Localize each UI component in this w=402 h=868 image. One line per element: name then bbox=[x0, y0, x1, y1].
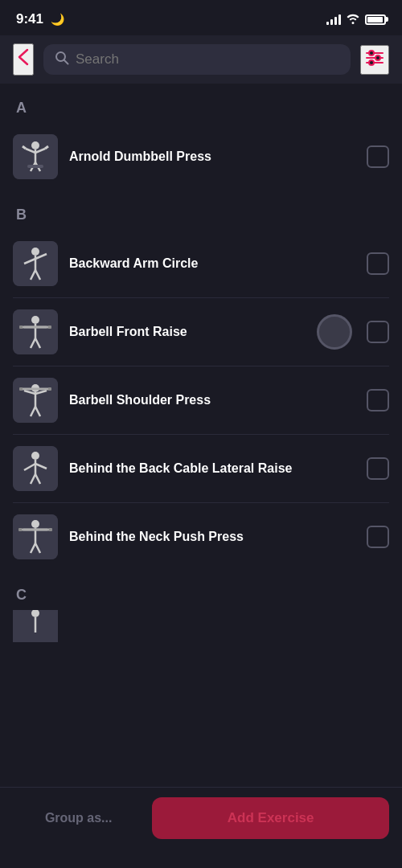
svg-rect-59 bbox=[49, 528, 52, 531]
exercise-thumbnail bbox=[13, 446, 58, 491]
exercise-thumbnail bbox=[13, 610, 58, 642]
signal-bars-icon bbox=[326, 14, 341, 25]
svg-rect-41 bbox=[19, 387, 23, 391]
exercise-thumbnail bbox=[13, 514, 58, 559]
exercise-checkbox[interactable] bbox=[367, 457, 389, 480]
svg-point-53 bbox=[31, 520, 39, 528]
exercise-item-behind-back-cable: Behind the Back Cable Lateral Raise bbox=[13, 435, 389, 503]
exercise-thumbnail bbox=[13, 134, 58, 179]
exercise-name: Behind the Neck Push Press bbox=[69, 529, 355, 546]
exercise-checkbox[interactable] bbox=[367, 389, 389, 411]
exercise-circle-indicator bbox=[317, 314, 352, 350]
exercise-checkbox[interactable] bbox=[367, 526, 389, 548]
exercise-name: Behind the Back Cable Lateral Raise bbox=[69, 461, 355, 477]
status-time: 9:41 🌙 bbox=[16, 11, 64, 27]
exercise-thumbnail bbox=[13, 241, 58, 286]
back-button[interactable] bbox=[13, 43, 34, 76]
svg-rect-58 bbox=[18, 528, 22, 531]
status-icons bbox=[326, 13, 386, 27]
status-bar: 9:41 🌙 bbox=[0, 0, 402, 35]
bottom-action-bar: Group as... Add Exercise bbox=[0, 787, 402, 868]
svg-point-7 bbox=[369, 60, 374, 65]
exercise-checkbox[interactable] bbox=[367, 252, 389, 275]
exercise-list-c bbox=[0, 610, 402, 642]
search-bar[interactable] bbox=[43, 44, 351, 75]
svg-point-9 bbox=[31, 141, 39, 149]
top-nav-bar bbox=[0, 35, 402, 84]
svg-point-5 bbox=[369, 51, 374, 55]
exercise-item-backward-arm-circle: Backward Arm Circle bbox=[13, 230, 389, 298]
exercise-item-barbell-front-raise: Barbell Front Raise bbox=[13, 298, 389, 366]
exercise-name: Barbell Shoulder Press bbox=[69, 392, 355, 409]
svg-point-6 bbox=[375, 55, 380, 60]
exercise-checkbox[interactable] bbox=[367, 145, 389, 168]
exercise-item-arnold-dumbbell-press: Arnold Dumbbell Press bbox=[13, 123, 389, 190]
svg-rect-42 bbox=[48, 387, 51, 391]
exercise-item-behind-neck-push: Behind the Neck Push Press bbox=[13, 503, 389, 571]
svg-rect-32 bbox=[48, 326, 51, 329]
svg-point-26 bbox=[31, 316, 39, 324]
exercise-thumbnail bbox=[13, 309, 58, 354]
search-icon bbox=[55, 51, 69, 68]
exercise-thumbnail bbox=[13, 378, 58, 423]
section-header-a: A bbox=[0, 84, 402, 123]
svg-point-46 bbox=[31, 452, 39, 460]
exercise-list-a: Arnold Dumbbell Press bbox=[0, 123, 402, 190]
svg-line-1 bbox=[64, 60, 68, 64]
section-header-c: C bbox=[0, 571, 402, 610]
exercise-list-b: Backward Arm Circle Barbell Front Raise bbox=[0, 230, 402, 571]
exercise-checkbox[interactable] bbox=[367, 321, 389, 343]
section-header-b: B bbox=[0, 190, 402, 230]
battery-icon bbox=[365, 14, 386, 25]
filter-button[interactable] bbox=[360, 45, 389, 75]
add-exercise-button[interactable]: Add Exercise bbox=[152, 797, 389, 839]
exercise-name: Backward Arm Circle bbox=[69, 256, 355, 272]
exercise-name: Arnold Dumbbell Press bbox=[69, 149, 355, 166]
search-input[interactable] bbox=[76, 51, 339, 68]
exercise-item-c-partial bbox=[13, 610, 389, 642]
wifi-icon bbox=[346, 13, 360, 27]
group-as-button[interactable]: Group as... bbox=[13, 798, 144, 838]
svg-rect-17 bbox=[27, 165, 43, 168]
exercise-name: Barbell Front Raise bbox=[69, 324, 306, 341]
svg-rect-31 bbox=[19, 326, 23, 329]
moon-icon: 🌙 bbox=[51, 13, 64, 26]
exercise-item-barbell-shoulder-press: Barbell Shoulder Press bbox=[13, 366, 389, 435]
svg-point-19 bbox=[31, 248, 39, 256]
